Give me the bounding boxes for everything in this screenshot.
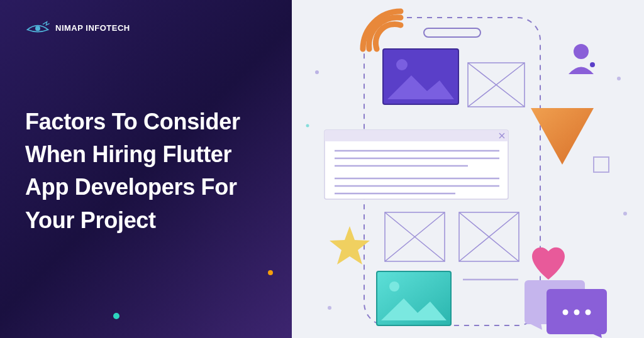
brand-logo: NIMAP INFOTECH: [25, 19, 267, 36]
svg-rect-35: [594, 157, 609, 172]
hero-left-panel: NIMAP INFOTECH Factors To Consider When …: [0, 0, 292, 338]
svg-point-38: [563, 310, 569, 315]
svg-point-40: [586, 310, 591, 315]
svg-point-1: [315, 70, 319, 74]
decorative-dot-orange: [268, 270, 273, 275]
svg-rect-15: [325, 130, 508, 141]
eye-logo-icon: [25, 19, 50, 36]
svg-rect-8: [424, 28, 480, 37]
svg-point-0: [35, 26, 40, 31]
svg-point-34: [590, 62, 595, 67]
decorative-dot-teal: [113, 313, 119, 319]
svg-point-33: [574, 44, 589, 59]
svg-point-10: [396, 59, 408, 70]
svg-point-31: [389, 281, 399, 292]
phone-wireframe-illustration: [292, 0, 644, 338]
svg-point-3: [617, 77, 621, 80]
hero-right-panel: [292, 0, 644, 338]
svg-point-5: [328, 306, 331, 310]
svg-point-2: [306, 124, 309, 128]
svg-point-39: [574, 310, 580, 315]
page-headline: Factors To Consider When Hiring Flutter …: [25, 106, 267, 237]
brand-name: NIMAP INFOTECH: [55, 23, 130, 33]
svg-point-4: [623, 212, 627, 215]
